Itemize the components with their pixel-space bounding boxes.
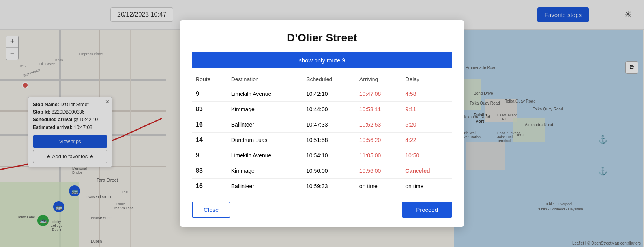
modal-footer: Close Proceed: [192, 202, 452, 218]
col-scheduled: Scheduled: [302, 73, 356, 86]
table-row: 9 Limekiln Avenue 10:42:10 10:47:08 4:58: [192, 86, 452, 102]
table-row: 9 Limekiln Avenue 10:54:10 11:05:00 10:5…: [192, 148, 452, 163]
modal-dialog: D'Olier Street show only route 9 Route D…: [180, 20, 464, 227]
cell-route: 9: [192, 148, 227, 163]
cell-destination: Ballinteer: [227, 117, 302, 133]
cell-destination: Limekiln Avenue: [227, 148, 302, 163]
modal-overlay: D'Olier Street show only route 9 Route D…: [0, 0, 644, 247]
cell-scheduled: 10:59:33: [302, 179, 356, 194]
col-delay: Delay: [401, 73, 452, 86]
cell-scheduled: 10:54:10: [302, 148, 356, 163]
cell-arriving: 10:52:53: [356, 117, 402, 133]
cell-destination: Kimmage: [227, 163, 302, 179]
filter-route-button[interactable]: show only route 9: [192, 52, 452, 68]
cell-delay: 4:58: [401, 86, 452, 102]
cell-scheduled: 10:51:58: [302, 133, 356, 148]
cell-scheduled: 10:44:00: [302, 102, 356, 117]
cell-destination: Kimmage: [227, 102, 302, 117]
table-row: 16 Ballinteer 10:47:33 10:52:53 5:20: [192, 117, 452, 133]
col-destination: Destination: [227, 73, 302, 86]
cell-delay: 5:20: [401, 117, 452, 133]
cell-delay: 10:50: [401, 148, 452, 163]
cell-arriving: 10:56:00: [356, 163, 402, 179]
cell-arriving: 10:53:11: [356, 102, 402, 117]
cell-delay: Canceled: [401, 163, 452, 179]
table-row: 83 Kimmage 10:56:00 10:56:00 Canceled: [192, 163, 452, 179]
cell-scheduled: 10:42:10: [302, 86, 356, 102]
table-row: 83 Kimmage 10:44:00 10:53:11 9:11: [192, 102, 452, 117]
cell-route: 16: [192, 179, 227, 194]
cell-delay: 9:11: [401, 102, 452, 117]
cell-destination: Ballinteer: [227, 179, 302, 194]
col-arriving: Arriving: [356, 73, 402, 86]
trips-table-header: Route Destination Scheduled Arriving Del…: [192, 73, 452, 86]
cell-route: 83: [192, 163, 227, 179]
cell-route: 9: [192, 86, 227, 102]
cell-destination: Dundrum Luas: [227, 133, 302, 148]
cell-delay: on time: [401, 179, 452, 194]
cell-route: 83: [192, 102, 227, 117]
cell-scheduled: 10:47:33: [302, 117, 356, 133]
close-button[interactable]: Close: [192, 202, 230, 218]
table-row: 16 Ballinteer 10:59:33 on time on time: [192, 179, 452, 194]
trips-table-body: 9 Limekiln Avenue 10:42:10 10:47:08 4:58…: [192, 86, 452, 194]
proceed-button[interactable]: Proceed: [402, 202, 452, 218]
cell-arriving: 11:05:00: [356, 148, 402, 163]
cell-scheduled: 10:56:00: [302, 163, 356, 179]
trips-scroll-area[interactable]: Route Destination Scheduled Arriving Del…: [192, 73, 452, 194]
cell-delay: 4:22: [401, 133, 452, 148]
trips-table: Route Destination Scheduled Arriving Del…: [192, 73, 452, 194]
table-row: 14 Dundrum Luas 10:51:58 10:56:20 4:22: [192, 133, 452, 148]
modal-title: D'Olier Street: [192, 32, 452, 44]
cell-destination: Limekiln Avenue: [227, 86, 302, 102]
cell-arriving: 10:47:08: [356, 86, 402, 102]
cell-route: 14: [192, 133, 227, 148]
cell-arriving: on time: [356, 179, 402, 194]
cell-arriving: 10:56:20: [356, 133, 402, 148]
cell-route: 16: [192, 117, 227, 133]
col-route: Route: [192, 73, 227, 86]
